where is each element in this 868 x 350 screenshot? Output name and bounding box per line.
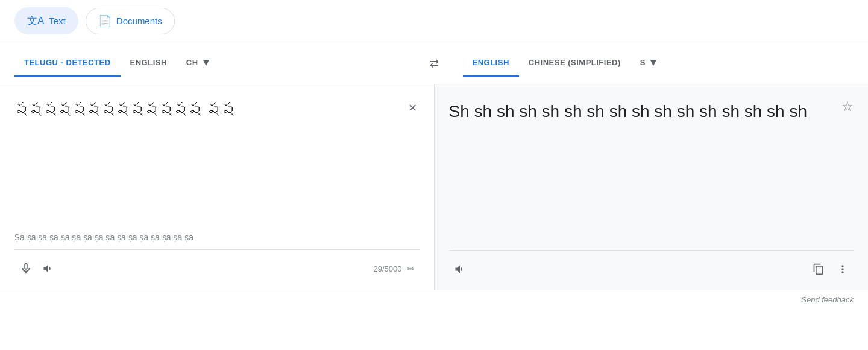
documents-tab-label: Documents [116, 16, 162, 26]
romanized-text: Ṣa ṣa ṣa ṣa ṣa ṣa ṣa ṣa ṣa ṣa ṣa ṣa ṣa ṣ… [14, 232, 420, 242]
ch-dropdown-icon[interactable]: ▾ [201, 51, 212, 74]
output-footer [449, 250, 854, 280]
language-bar: TELUGU - DETECTED ENGLISH CH ▾ ⇄ ENGLISH… [0, 42, 868, 84]
target-lang-english[interactable]: ENGLISH [463, 49, 519, 77]
source-lang-english[interactable]: ENGLISH [121, 49, 177, 77]
clear-button[interactable]: ✕ [406, 99, 420, 117]
output-volume-icon [454, 263, 466, 275]
target-dropdown-icon[interactable]: ▾ [648, 51, 659, 74]
target-lang-section: ENGLISH CHINESE (SIMPLIFIED) S ▾ [448, 42, 869, 84]
target-lang-s[interactable]: S ▾ [631, 42, 668, 84]
volume-icon [42, 262, 54, 275]
output-volume-button[interactable] [449, 258, 471, 280]
star-button[interactable]: ☆ [841, 99, 854, 115]
feedback-bar: Send feedback [0, 290, 868, 309]
text-tab-button[interactable]: 文A Text [14, 7, 78, 34]
output-panel: Sh sh sh sh sh sh sh sh sh sh sh sh sh s… [435, 84, 869, 290]
source-lang-ch[interactable]: CH ▾ [177, 42, 221, 84]
more-icon [837, 263, 849, 275]
copy-icon [813, 263, 825, 275]
output-text: Sh sh sh sh sh sh sh sh sh sh sh sh sh s… [449, 99, 854, 243]
copy-button[interactable] [808, 258, 829, 280]
send-feedback-link[interactable]: Send feedback [801, 295, 854, 304]
swap-button[interactable]: ⇄ [420, 52, 448, 75]
translation-area: షషషషషషషషషషషషష షష Ṣa ṣa ṣa ṣa ṣa ṣa ṣa ṣa… [0, 84, 868, 290]
source-text: షషషషషషషషషషషషష షష [14, 99, 420, 223]
char-count: 29/5000 [374, 264, 402, 273]
ch-label: CH [186, 58, 198, 67]
footer-right-buttons [808, 258, 854, 280]
target-lang-chinese[interactable]: CHINESE (SIMPLIFIED) [519, 49, 631, 77]
documents-tab-button[interactable]: 📄 Documents [86, 8, 175, 34]
volume-button[interactable] [37, 258, 59, 279]
more-button[interactable] [832, 258, 854, 280]
translate-icon: 文A [27, 14, 44, 28]
source-lang-section: TELUGU - DETECTED ENGLISH CH ▾ [0, 42, 420, 84]
source-lang-detected[interactable]: TELUGU - DETECTED [14, 49, 121, 77]
document-icon: 📄 [98, 14, 112, 28]
s-label: S [640, 58, 646, 67]
input-footer: 29/5000 ✏ [14, 249, 420, 280]
mic-icon [19, 262, 33, 275]
top-bar: 文A Text 📄 Documents [0, 0, 868, 42]
text-tab-label: Text [49, 16, 66, 26]
mic-button[interactable] [14, 257, 37, 280]
edit-button[interactable]: ✏ [402, 258, 420, 279]
input-panel: షషషషషషషషషషషషష షష Ṣa ṣa ṣa ṣa ṣa ṣa ṣa ṣa… [0, 84, 435, 290]
